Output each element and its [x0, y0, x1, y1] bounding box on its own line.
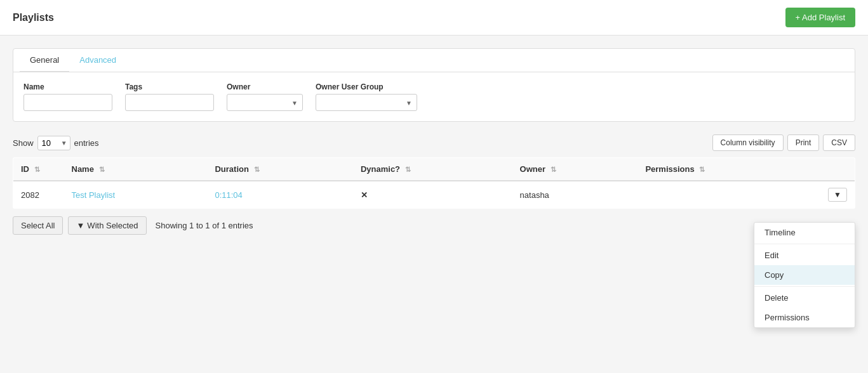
cell-dynamic: ✕ — [353, 181, 512, 209]
table-header-row: ID ⇅ Name ⇅ Duration ⇅ Dynamic? ⇅ Owner — [13, 158, 855, 181]
print-button[interactable]: Print — [787, 134, 820, 151]
filter-name-group: Name — [23, 82, 112, 111]
dropdown-divider — [754, 244, 855, 244]
data-table: ID ⇅ Name ⇅ Duration ⇅ Dynamic? ⇅ Owner — [13, 157, 855, 209]
sort-icon-owner: ⇅ — [551, 166, 556, 174]
col-header-owner[interactable]: Owner ⇅ — [512, 158, 638, 181]
cell-id: 2082 — [13, 181, 64, 209]
sort-icon-dynamic: ⇅ — [405, 166, 411, 174]
filter-body: Name Tags Owner ▼ Owner User Group — [13, 72, 855, 121]
col-header-id[interactable]: ID ⇅ — [13, 158, 64, 181]
filter-owner-group: Owner ▼ — [227, 82, 303, 111]
top-bar: Playlists + Add Playlist — [0, 0, 868, 36]
show-entries: Show 10 25 50 100 ▼ entries — [13, 136, 99, 150]
table-row: 2082 Test Playlist 0:11:04 ✕ natasha ▼ — [13, 181, 855, 209]
table-controls: Show 10 25 50 100 ▼ entries Column visib… — [13, 134, 855, 151]
filter-name-input[interactable] — [23, 94, 112, 111]
cell-actions: ▼ — [820, 181, 855, 209]
tab-general[interactable]: General — [20, 49, 69, 72]
filter-owner-select-wrapper: ▼ — [227, 94, 303, 111]
entries-select-wrapper: 10 25 50 100 ▼ — [37, 136, 70, 150]
column-visibility-button[interactable]: Column visibility — [712, 134, 784, 151]
table-action-buttons: Column visibility Print CSV — [712, 134, 855, 151]
filter-owner-user-group-group: Owner User Group ▼ — [316, 82, 417, 111]
dropdown-item-timeline[interactable]: Timeline — [754, 223, 855, 242]
col-header-name[interactable]: Name ⇅ — [64, 158, 208, 181]
filter-owner-user-group-select[interactable] — [316, 94, 417, 111]
with-selected-button[interactable]: ▼ With Selected — [68, 216, 146, 235]
filter-owner-user-group-label: Owner User Group — [316, 82, 417, 91]
row-action-button[interactable]: ▼ — [828, 188, 847, 202]
select-all-button[interactable]: Select All — [13, 216, 63, 235]
tab-bar: General Advanced — [13, 49, 855, 72]
sort-icon-duration: ⇅ — [254, 166, 260, 174]
col-header-permissions[interactable]: Permissions ⇅ — [638, 158, 820, 181]
chevron-down-icon-4: ▼ — [76, 221, 84, 230]
cell-permissions — [638, 181, 820, 209]
sort-icon-id: ⇅ — [34, 166, 40, 174]
filter-tags-group: Tags — [125, 82, 214, 111]
filter-card: General Advanced Name Tags Owner — [13, 48, 855, 122]
filter-owner-label: Owner — [227, 82, 303, 91]
main-content: General Advanced Name Tags Owner — [0, 36, 868, 247]
bottom-controls: Select All ▼ With Selected Showing 1 to … — [13, 216, 855, 235]
add-playlist-button[interactable]: + Add Playlist — [785, 8, 855, 27]
page-title: Playlists — [13, 12, 54, 23]
sort-icon-permissions: ⇅ — [699, 166, 705, 174]
entries-select[interactable]: 10 25 50 100 — [37, 136, 70, 150]
col-header-actions — [820, 158, 855, 181]
tab-advanced[interactable]: Advanced — [69, 49, 126, 72]
filter-tags-input[interactable] — [125, 94, 214, 111]
col-header-duration[interactable]: Duration ⇅ — [207, 158, 352, 181]
entries-label: entries — [74, 138, 99, 148]
show-label: Show — [13, 138, 34, 148]
showing-text: Showing 1 to 1 of 1 entries — [156, 221, 253, 230]
csv-button[interactable]: CSV — [823, 134, 855, 151]
filter-owner-select[interactable] — [227, 94, 303, 111]
col-header-dynamic[interactable]: Dynamic? ⇅ — [353, 158, 512, 181]
cell-owner: natasha — [512, 181, 638, 209]
cell-name: Test Playlist — [64, 181, 208, 209]
row-action-dropdown: TimelineEditCopyDeletePermissions — [754, 222, 855, 247]
dropdown-item-edit[interactable]: Edit — [754, 245, 855, 247]
filter-owner-user-group-select-wrapper: ▼ — [316, 94, 417, 111]
filter-tags-label: Tags — [125, 82, 214, 91]
sort-icon-name: ⇅ — [99, 166, 105, 174]
filter-name-label: Name — [23, 82, 112, 91]
cell-duration: 0:11:04 — [207, 181, 352, 209]
